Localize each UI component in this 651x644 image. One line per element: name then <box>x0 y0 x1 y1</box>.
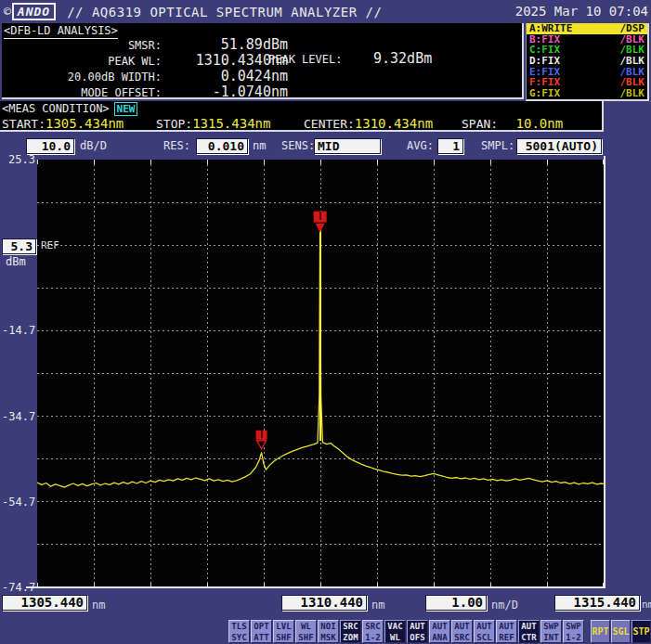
dfb-ld-analysis-panel: <DFB-LD ANALYSIS> SMSR:51.89dBmPEAK WL:1… <box>2 23 524 99</box>
softkey-src-1-2[interactable]: SRC1-2 <box>362 620 384 643</box>
softkey-label: SHF <box>296 633 316 643</box>
softkey-label: ATT <box>252 633 271 643</box>
meas-field-label: SPAN: <box>462 117 498 131</box>
spectrum-plot-area: REF <box>37 160 604 587</box>
main-peak-marker-icon <box>314 212 327 233</box>
res-unit: nm <box>253 139 266 152</box>
level-scale-field[interactable]: 10.0 <box>26 138 74 154</box>
spectrum-trace-chart <box>37 160 604 587</box>
x-center-field[interactable]: 1310.440 <box>281 595 367 611</box>
analysis-result-value: -1.0740nm <box>149 84 288 100</box>
softkey-label: LVL <box>274 622 293 632</box>
softkey-label: SRC <box>452 633 472 643</box>
softkey-opt-att[interactable]: OPTATT <box>251 620 272 643</box>
softkey-tls-syc[interactable]: TLSSYC <box>228 620 250 643</box>
analysis-result-label: MODE OFFSET: <box>4 86 162 99</box>
softkey-label: SRC <box>341 622 360 632</box>
softkey-label: WL <box>385 633 405 643</box>
plot-bottom-axis-line <box>26 586 605 588</box>
peak-level-label: PEAK LEVEL: <box>268 53 342 66</box>
sens-label: SENS: <box>281 139 315 152</box>
trace-name: G:FIX <box>529 87 560 99</box>
softkey-label: 1-2 <box>363 633 383 643</box>
ando-logo-mark-icon: © <box>4 5 11 19</box>
meas-field-value: 1310.434nm <box>355 116 433 131</box>
softkey-label: WL <box>296 622 316 632</box>
softkey-vac-wl[interactable]: VACWL <box>384 620 406 643</box>
new-condition-badge: NEW <box>114 102 138 116</box>
softkey-label: CTR <box>519 633 539 643</box>
softkey-label: AUT <box>430 622 449 632</box>
meas-field-label: CENTER: <box>304 117 355 131</box>
meas-condition-panel: <MEAS CONDITION>NEW START:1305.434nmSTOP… <box>0 101 604 132</box>
softkey-aut-ctr[interactable]: AUTCTR <box>518 620 540 643</box>
softkey-src-zom[interactable]: SRCZOM <box>340 620 361 643</box>
softkey-label: AUT <box>519 622 539 632</box>
meas-field-label: STOP: <box>156 117 192 131</box>
x-start-field[interactable]: 1305.440 <box>2 595 87 611</box>
softkey-label: NOI <box>319 622 338 632</box>
ando-logo: ANDO <box>12 3 56 20</box>
x-scale-field[interactable]: 1.00 <box>425 595 487 611</box>
softkey-label: SWP <box>564 622 583 632</box>
softkey-noi-msk[interactable]: NOIMSK <box>318 620 339 643</box>
osa-screen: © ANDO // AQ6319 OPTICAL SPECTRUM ANALYZ… <box>0 0 651 644</box>
meas-field-span: SPAN:10.0nm <box>462 116 563 131</box>
softkey-wl-shf[interactable]: WLSHF <box>295 620 317 643</box>
x-scale-unit: nm/D <box>491 599 518 612</box>
softkey-label: RPT <box>592 621 609 642</box>
trace-display-mode: /BLK <box>620 56 645 67</box>
y-axis-tick-label: 25.3 <box>2 153 35 166</box>
sens-field[interactable]: MID <box>314 138 381 154</box>
softkey-aut-scl[interactable]: AUTSCL <box>474 620 495 643</box>
y-axis-unit: dBm <box>6 255 26 268</box>
meas-field-value: 10.0nm <box>498 116 563 131</box>
softkey-aut-ref[interactable]: AUTREF <box>496 620 517 643</box>
avg-label: AVG: <box>407 139 434 152</box>
softkey-swp-1-2[interactable]: SWP1-2 <box>563 620 584 643</box>
softkey-aut-src[interactable]: AUTSRC <box>451 620 473 643</box>
y-axis-tick-label: -54.7 <box>2 496 35 509</box>
softkey-label: INT <box>541 633 561 643</box>
softkey-swp-int[interactable]: SWPINT <box>540 620 562 643</box>
meas-field-value: 1305.434nm <box>46 116 124 131</box>
smpl-field[interactable]: 5001(AUTO) <box>516 138 602 154</box>
softkey-aut-ana[interactable]: AUTANA <box>429 620 450 643</box>
meas-panel-title-row: <MEAS CONDITION>NEW <box>2 102 137 115</box>
res-field[interactable]: 0.010 <box>196 138 248 154</box>
ref-level-field[interactable]: 5.3 <box>2 238 36 254</box>
datetime-display: 2025 Mar 10 07:04 <box>515 4 648 19</box>
softkey-label: TLS <box>229 622 249 632</box>
y-axis-tick-label: -14.7 <box>2 324 35 337</box>
x-stop-unit: nm <box>642 599 651 611</box>
analysis-result-row: PEAK WL:1310.4340nm <box>2 52 299 68</box>
softkey-aut-ofs[interactable]: AUTOFS <box>407 620 428 643</box>
softkey-label: ANA <box>430 633 449 643</box>
softkey-label: SHF <box>274 633 293 643</box>
analysis-result-label: PEAK WL: <box>4 55 162 68</box>
trace-display-mode: /DSP <box>620 23 645 34</box>
side-mode-marker-icon <box>256 431 267 449</box>
trace-row-g[interactable]: G:FIX/BLK <box>527 88 647 99</box>
plot-right-border <box>604 156 605 588</box>
softkey-stp[interactable]: STP <box>631 620 651 643</box>
analysis-result-label: 20.00dB WIDTH: <box>4 71 162 84</box>
softkey-label: STP <box>632 621 650 642</box>
x-stop-field[interactable]: 1315.440 <box>554 595 640 611</box>
softkey-label: AUT <box>408 622 427 632</box>
avg-field[interactable]: 1 <box>437 138 463 154</box>
softkey-label: AUT <box>452 622 472 632</box>
y-axis-tick-label: -74.7 <box>2 581 35 594</box>
softkey-lvl-shf[interactable]: LVLSHF <box>273 620 294 643</box>
softkey-label: ZOM <box>341 633 360 643</box>
softkey-sgl[interactable]: SGL <box>611 620 631 643</box>
softkey-label: AUT <box>497 622 516 632</box>
level-scale-unit: dB/D <box>80 139 107 152</box>
x-center-unit: nm <box>371 599 384 612</box>
analysis-result-value: 1310.4340nm <box>149 52 288 69</box>
meas-field-label: START: <box>2 117 46 131</box>
softkey-label: SWP <box>541 622 561 632</box>
softkey-rpt[interactable]: RPT <box>591 620 610 643</box>
softkey-label: OFS <box>408 633 427 643</box>
trace-display-mode: /BLK <box>620 88 645 99</box>
